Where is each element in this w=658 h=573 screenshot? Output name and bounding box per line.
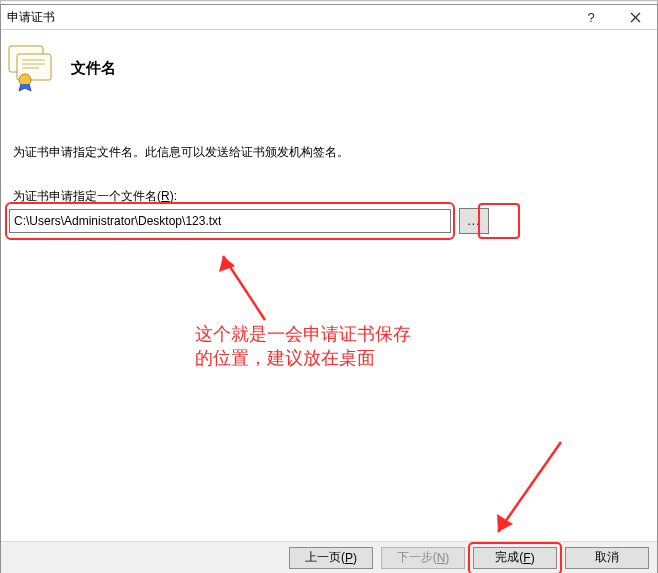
certificate-icon xyxy=(7,44,57,92)
svg-marker-7 xyxy=(219,256,235,272)
titlebar: 申请证书 ? xyxy=(1,5,657,30)
annotation-arrows xyxy=(1,30,657,573)
field-label: 为证书申请指定一个文件名(R): xyxy=(13,188,177,205)
instruction-text: 为证书申请指定文件名。此信息可以发送给证书颁发机构签名。 xyxy=(13,144,349,161)
dialog-content: 文件名 为证书申请指定文件名。此信息可以发送给证书颁发机构签名。 为证书申请指定… xyxy=(1,30,657,573)
file-path-input[interactable] xyxy=(9,209,451,233)
browse-button[interactable]: ... xyxy=(459,208,489,234)
help-button[interactable]: ? xyxy=(569,5,613,29)
cancel-button[interactable]: 取消 xyxy=(565,547,649,569)
help-icon: ? xyxy=(587,10,594,25)
svg-marker-9 xyxy=(497,514,513,532)
dialog-footer: 上一页(P) 下一步(N) 完成(F) 取消 xyxy=(1,541,657,573)
svg-line-6 xyxy=(223,256,265,320)
finish-button[interactable]: 完成(F) xyxy=(473,547,557,569)
previous-button[interactable]: 上一页(P) xyxy=(289,547,373,569)
close-button[interactable] xyxy=(613,5,657,29)
dialog-heading: 文件名 xyxy=(71,59,116,78)
close-icon xyxy=(630,12,641,23)
next-button[interactable]: 下一步(N) xyxy=(381,547,465,569)
dialog-window: 申请证书 ? 文件名 为证书申请指定文件名。此 xyxy=(0,4,658,573)
dialog-header: 文件名 xyxy=(7,44,116,92)
window-title: 申请证书 xyxy=(7,9,55,26)
svg-line-8 xyxy=(498,442,561,532)
annotation-text: 这个就是一会申请证书保存 的位置，建议放在桌面 xyxy=(195,322,455,371)
